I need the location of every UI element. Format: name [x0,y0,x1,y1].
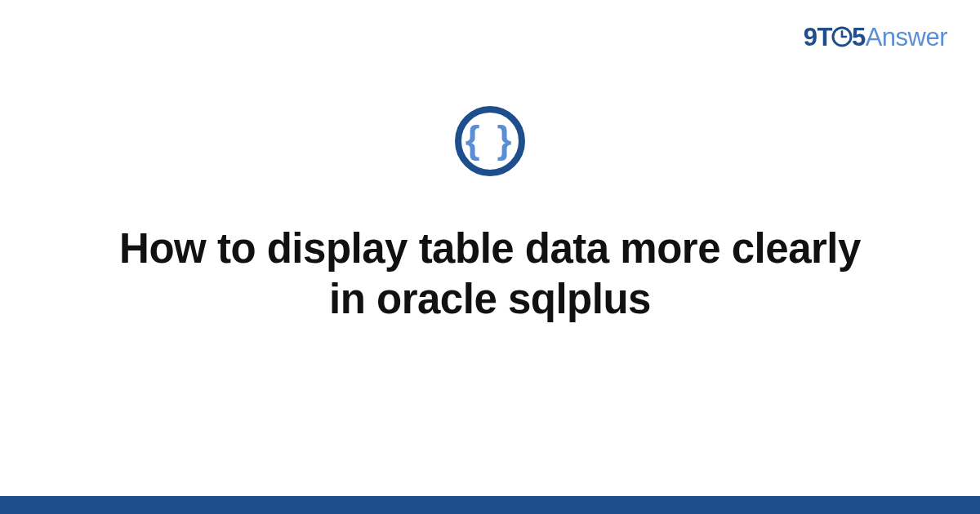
logo-text-9: 9 [804,23,817,51]
logo-text-t: T [817,23,831,51]
braces-icon: { } [466,121,515,158]
category-badge: { } [455,106,525,176]
hero-section: { } How to display table data more clear… [0,106,980,325]
logo-text-5: 5 [852,23,866,51]
footer-bar [0,496,980,514]
page-title: How to display table data more clearly i… [114,224,866,325]
clock-icon [831,26,853,47]
site-logo[interactable]: 9T 5Answer [804,23,947,52]
logo-text-answer: Answer [866,23,947,51]
